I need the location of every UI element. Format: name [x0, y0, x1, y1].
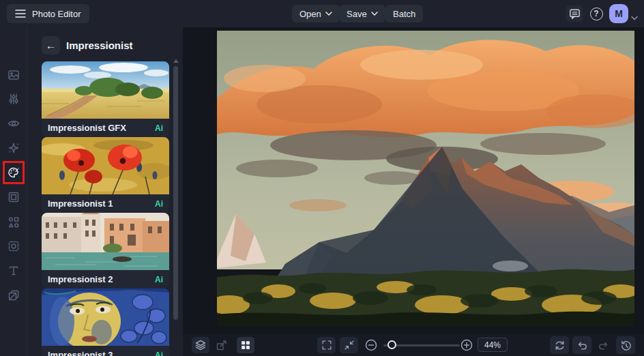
batch-button-label: Batch	[393, 9, 415, 19]
avatar-initial: M	[615, 8, 623, 19]
back-button[interactable]: ←	[42, 36, 60, 55]
style-card-impressionist-1[interactable]: Impressionist 1 Ai	[42, 137, 169, 213]
statusbar: 44%	[183, 334, 644, 356]
style-label-bar: Impressionist 3 Ai	[42, 346, 169, 356]
zoom-level-value: 44%	[484, 340, 501, 350]
eye-icon	[7, 117, 20, 130]
zoom-out-icon	[364, 338, 378, 352]
style-label: Impressionist GFX	[48, 123, 126, 133]
sidebar-item-text[interactable]	[7, 264, 20, 278]
chevron-down-icon	[371, 12, 378, 16]
sidebar-item-elements[interactable]	[7, 216, 20, 229]
fit-screen-button[interactable]	[340, 337, 358, 353]
style-card-impressionist-2[interactable]: Impressionist 2 Ai	[42, 213, 169, 288]
style-thumbnail-landscape	[42, 61, 169, 119]
fullscreen-icon	[321, 339, 333, 351]
fullscreen-button[interactable]	[317, 337, 336, 353]
frame-icon	[7, 190, 20, 204]
sidebar-item-stickers[interactable]	[7, 239, 20, 253]
redo-icon	[597, 339, 610, 352]
sidebar-item-frames[interactable]	[7, 190, 20, 204]
style-thumbnail-venice	[42, 213, 169, 270]
collage-icon	[7, 288, 20, 302]
back-arrow-icon: ←	[46, 40, 56, 51]
scrollbar-up-arrow[interactable]	[173, 59, 179, 63]
tool-rail	[0, 27, 27, 356]
art-effects-icon	[7, 166, 20, 179]
avatar[interactable]: M	[609, 4, 628, 23]
style-thumbnail-face	[42, 288, 169, 346]
ai-badge: Ai	[155, 275, 163, 284]
zoom-slider-knob[interactable]	[387, 340, 396, 349]
redo-button	[596, 338, 610, 352]
chevron-down-icon	[631, 16, 638, 20]
canvas-area	[183, 27, 644, 334]
open-button[interactable]: Open	[292, 5, 340, 23]
text-icon	[7, 264, 20, 278]
style-thumbnail-poppies	[42, 137, 169, 194]
chevron-down-icon	[325, 12, 332, 16]
save-button[interactable]: Save	[339, 5, 385, 23]
sidebar-item-retouch[interactable]	[7, 117, 20, 130]
panel-scrollbar[interactable]	[173, 66, 178, 320]
feedback-bubble-icon	[568, 8, 581, 20]
ai-badge: Ai	[155, 123, 163, 133]
canvas-image[interactable]	[217, 31, 634, 326]
ai-badge: Ai	[155, 199, 163, 209]
open-button-label: Open	[299, 9, 321, 19]
save-button-label: Save	[347, 9, 367, 19]
elements-icon	[7, 216, 20, 229]
styles-panel: ← Impressionist	[27, 27, 183, 356]
batch-button[interactable]: Batch	[385, 5, 423, 23]
photo-editor-app: Photo Editor Open Save Batch ? M	[0, 0, 644, 356]
zoom-in-icon	[460, 338, 473, 352]
adjust-icon	[7, 92, 20, 106]
sidebar-item-photo[interactable]	[7, 68, 20, 82]
help-button[interactable]: ?	[588, 5, 604, 22]
layers-button[interactable]	[192, 337, 209, 353]
transform-icon	[215, 338, 229, 352]
style-card-impressionist-gfx[interactable]: Impressionist GFX Ai	[42, 61, 169, 137]
compare-icon	[553, 339, 566, 352]
sidebar-item-adjust[interactable]	[7, 92, 20, 106]
history-icon	[619, 339, 632, 352]
style-label-bar: Impressionist 1 Ai	[42, 194, 169, 213]
sidebar-item-art-effects[interactable]	[7, 166, 20, 179]
style-label-bar: Impressionist GFX Ai	[42, 119, 169, 137]
style-label-bar: Impressionist 2 Ai	[42, 270, 169, 288]
style-card-impressionist-3[interactable]: Impressionist 3 Ai	[42, 288, 169, 356]
photo-icon	[7, 68, 20, 82]
account-menu-chevron[interactable]	[631, 11, 638, 23]
grid-view-button[interactable]	[237, 337, 254, 353]
mountain-photo	[217, 31, 634, 326]
style-label: Impressionist 3	[48, 350, 113, 356]
help-glyph: ?	[594, 9, 598, 18]
fit-screen-icon	[343, 339, 355, 351]
compare-button[interactable]	[550, 336, 569, 354]
undo-icon	[576, 339, 589, 352]
help-icon: ?	[590, 8, 603, 20]
topbar: Photo Editor Open Save Batch ? M	[0, 0, 644, 27]
zoom-out-button[interactable]	[364, 338, 378, 352]
zoom-level-field[interactable]: 44%	[478, 338, 508, 352]
style-label: Impressionist 1	[48, 198, 113, 209]
effects-icon	[7, 141, 20, 155]
history-button[interactable]	[616, 336, 635, 354]
panel-title: Impressionist	[66, 40, 133, 51]
feedback-button[interactable]	[566, 5, 583, 22]
style-label: Impressionist 2	[48, 274, 113, 284]
ai-badge: Ai	[155, 351, 163, 356]
sidebar-item-effects[interactable]	[7, 141, 20, 155]
main-menu-button[interactable]: Photo Editor	[7, 4, 89, 23]
zoom-in-button[interactable]	[460, 338, 473, 352]
layers-icon	[194, 338, 207, 352]
sticker-icon	[7, 239, 20, 253]
sidebar-item-collage[interactable]	[7, 288, 20, 302]
app-title: Photo Editor	[32, 9, 81, 19]
undo-button[interactable]	[572, 336, 591, 354]
transform-button	[215, 338, 229, 352]
grid-icon	[239, 339, 252, 351]
hamburger-icon	[15, 9, 26, 18]
